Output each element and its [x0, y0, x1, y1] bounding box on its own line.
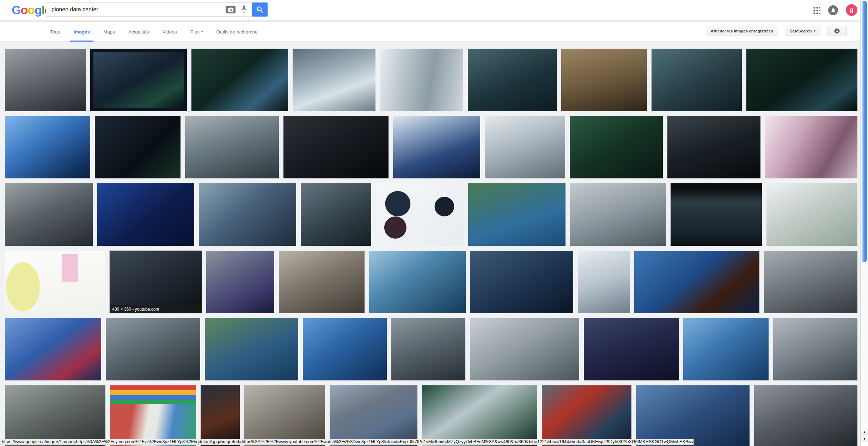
image-result[interactable] — [578, 251, 630, 313]
image-result[interactable] — [95, 116, 180, 178]
image-result[interactable] — [293, 49, 375, 111]
tab-vidéos[interactable]: Vidéos — [162, 22, 178, 42]
google-logo[interactable]: Google — [12, 3, 51, 17]
search-by-image-camera-icon[interactable] — [226, 6, 236, 13]
image-result[interactable] — [542, 385, 631, 446]
image-result[interactable] — [5, 116, 90, 178]
image-results-grid: 480 × 360 - youtube.com — [0, 42, 868, 446]
results-row — [5, 385, 857, 446]
tab-label: Outils de recherche — [216, 29, 257, 35]
image-result[interactable] — [773, 318, 857, 380]
image-result[interactable] — [570, 183, 666, 246]
image-result[interactable] — [185, 116, 279, 178]
image-result[interactable] — [584, 318, 679, 380]
image-result[interactable] — [303, 318, 386, 380]
image-result[interactable] — [570, 116, 663, 178]
tab-tous[interactable]: Tous — [49, 22, 61, 42]
scrollbar-track-end — [861, 442, 868, 446]
tab-actualités[interactable]: Actualités — [128, 22, 150, 42]
tab-label: Vidéos — [163, 29, 177, 35]
image-result[interactable] — [110, 385, 196, 446]
image-result[interactable] — [470, 318, 579, 380]
image-result[interactable] — [765, 116, 857, 178]
image-result[interactable] — [205, 318, 298, 380]
google-apps-grid-icon[interactable] — [813, 7, 820, 14]
image-result[interactable] — [380, 49, 463, 111]
image-result[interactable] — [422, 385, 537, 446]
image-result[interactable] — [561, 49, 647, 111]
logo-letter: l — [42, 3, 44, 17]
image-result[interactable] — [468, 183, 566, 246]
notifications-bell-icon[interactable] — [828, 5, 838, 15]
tab-outils-de-recherche[interactable]: Outils de recherche — [215, 22, 258, 42]
image-result[interactable] — [5, 318, 101, 380]
image-result[interactable] — [764, 251, 857, 313]
search-tabs: TousImagesMapsActualitésVidéosPlus▾Outil… — [49, 22, 258, 42]
image-result[interactable] — [667, 116, 760, 178]
image-result[interactable] — [206, 251, 275, 313]
image-result[interactable] — [369, 251, 466, 313]
image-result[interactable] — [485, 116, 565, 178]
image-result[interactable] — [191, 49, 288, 111]
image-result[interactable] — [201, 385, 240, 446]
image-result[interactable] — [393, 116, 480, 178]
search-box[interactable] — [46, 2, 252, 17]
search-button[interactable] — [252, 2, 268, 17]
image-result[interactable] — [636, 385, 750, 446]
image-result[interactable] — [244, 385, 325, 446]
search-input[interactable] — [46, 6, 226, 13]
image-result[interactable] — [90, 49, 187, 111]
image-result[interactable] — [5, 385, 105, 446]
image-result[interactable] — [634, 251, 759, 313]
tab-label: Images — [74, 29, 90, 35]
image-result[interactable] — [766, 183, 857, 246]
image-result[interactable] — [468, 49, 557, 111]
image-result[interactable] — [279, 251, 365, 313]
search-icon — [256, 6, 264, 13]
search-header: Google — [0, 0, 868, 20]
image-result[interactable] — [283, 116, 388, 178]
tab-maps[interactable]: Maps — [103, 22, 116, 42]
image-result[interactable] — [5, 49, 86, 111]
window-scrollbar[interactable]: ▲ ▼ — [860, 0, 868, 446]
logo-letter: G — [12, 3, 20, 17]
tab-label: Actualités — [128, 29, 149, 35]
image-result[interactable] — [683, 318, 768, 380]
logo-letter: o — [27, 3, 35, 17]
image-result[interactable] — [754, 385, 857, 446]
image-result[interactable] — [199, 183, 297, 246]
safesearch-button[interactable]: SafeSearch ▾ — [785, 26, 820, 36]
safesearch-label: SafeSearch — [790, 29, 812, 33]
image-result[interactable] — [470, 251, 573, 313]
tab-images[interactable]: Images — [73, 22, 91, 42]
scrollbar-thumb[interactable] — [862, 1, 867, 262]
image-result[interactable] — [5, 183, 93, 246]
logo-letter: g — [35, 3, 42, 17]
image-result[interactable] — [376, 183, 464, 246]
image-result[interactable]: 480 × 360 - youtube.com — [110, 251, 202, 313]
show-saved-images-button[interactable]: Afficher les images enregistrées — [706, 26, 778, 36]
results-row — [5, 183, 857, 246]
voice-search-mic-icon[interactable] — [240, 4, 248, 15]
image-result[interactable] — [330, 385, 417, 446]
results-nav-bar: TousImagesMapsActualitésVidéosPlus▾Outil… — [0, 22, 868, 42]
tab-label: Maps — [103, 29, 115, 35]
image-result[interactable] — [97, 183, 194, 246]
image-result[interactable] — [301, 183, 371, 246]
image-result[interactable] — [652, 49, 742, 111]
image-result[interactable] — [106, 318, 200, 380]
scroll-up-arrow[interactable]: ▲ — [861, 428, 868, 435]
results-row — [5, 49, 857, 111]
results-row — [5, 116, 857, 178]
scroll-down-arrow[interactable]: ▼ — [861, 435, 868, 442]
tab-label: Tous — [50, 29, 60, 35]
image-result[interactable] — [391, 318, 466, 380]
account-avatar[interactable]: g — [846, 4, 857, 16]
results-row: 480 × 360 - youtube.com — [5, 251, 857, 313]
browser-status-bar: https://www.google.ca/imgres?imgurl=http… — [0, 439, 694, 445]
image-result[interactable] — [746, 49, 857, 111]
image-result[interactable] — [5, 251, 105, 313]
image-result[interactable] — [671, 183, 762, 246]
settings-gear-button[interactable]: ⚙ — [827, 26, 847, 36]
tab-plus[interactable]: Plus▾ — [190, 22, 204, 42]
